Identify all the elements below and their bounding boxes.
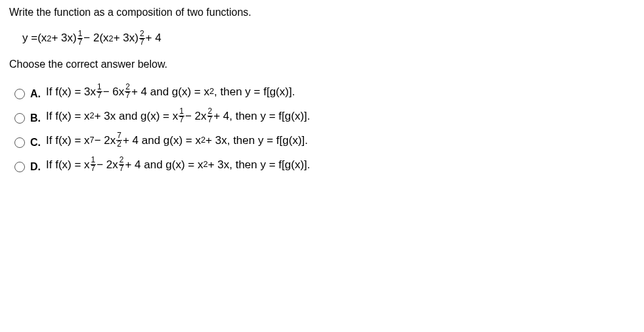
- eq-p1-cont: + 3x): [51, 32, 76, 45]
- b-f2d: 7: [207, 116, 213, 124]
- choice-a-row: A. If f(x) = 3x17 − 6x27 + 4 and g(x) = …: [14, 83, 635, 100]
- b-f1: 17: [179, 108, 184, 124]
- c-t3: + 4 and g(x) = x: [123, 135, 201, 146]
- a-s1: 2: [209, 87, 214, 96]
- choice-b-row: B. If f(x) = x2 + 3x and g(x) = x17 − 2x…: [14, 108, 635, 124]
- eq-p1-base: (x: [37, 32, 47, 45]
- c-t2: − 2x: [95, 135, 116, 146]
- instruction-text: Choose the correct answer below.: [9, 59, 635, 70]
- a-t2: − 6x: [103, 86, 125, 97]
- d-t1: If f(x) = x: [46, 159, 90, 170]
- choice-c-radio[interactable]: [14, 137, 25, 148]
- eq-p1-sup: 2: [47, 34, 51, 43]
- b-t1: If f(x) = x: [46, 110, 90, 122]
- eq-p2-base: (x: [99, 32, 108, 45]
- b-t3: − 2x: [185, 110, 207, 122]
- a-f1d: 7: [97, 92, 102, 100]
- b-f1d: 7: [179, 116, 184, 124]
- d-f2: 27: [119, 156, 125, 173]
- b-t2: + 3x and g(x) = x: [95, 110, 179, 122]
- choice-c-row: C. If f(x) = x7 − 2x72 + 4 and g(x) = x2…: [14, 132, 635, 149]
- choice-d-row: D. If f(x) = x17 − 2x27 + 4 and g(x) = x…: [14, 156, 635, 173]
- eq-frac1-den: 7: [77, 39, 83, 47]
- eq-p2-sup: 2: [109, 34, 114, 43]
- choice-d-body: If f(x) = x17 − 2x27 + 4 and g(x) = x2 +…: [46, 156, 311, 173]
- d-f2d: 7: [119, 165, 125, 173]
- d-s1: 2: [204, 160, 208, 169]
- choice-a-radio[interactable]: [14, 89, 25, 99]
- question-text: Write the function as a composition of t…: [9, 7, 635, 18]
- a-t3: + 4 and g(x) = x: [131, 86, 209, 97]
- choice-d-label: D.: [30, 161, 46, 173]
- c-t1: If f(x) = x: [46, 135, 90, 146]
- c-f1d: 2: [116, 141, 122, 149]
- d-f1: 17: [91, 156, 97, 173]
- choice-c-label: C.: [30, 137, 46, 149]
- d-t2: − 2x: [97, 159, 118, 170]
- c-t4: + 3x, then y = f[g(x)].: [205, 135, 308, 146]
- choice-b-label: B.: [30, 112, 46, 124]
- eq-plus4: + 4: [146, 32, 161, 45]
- a-f1: 17: [97, 83, 102, 100]
- choice-list: A. If f(x) = 3x17 − 6x27 + 4 and g(x) = …: [9, 83, 635, 173]
- b-t4: + 4, then y = f[g(x)].: [213, 110, 310, 122]
- d-t3: + 4 and g(x) = x: [125, 159, 203, 170]
- choice-a-body: If f(x) = 3x17 − 6x27 + 4 and g(x) = x2,…: [46, 83, 295, 100]
- d-t4: + 3x, then y = f[g(x)].: [208, 159, 311, 170]
- choice-b-radio[interactable]: [14, 113, 25, 124]
- a-f2d: 7: [125, 92, 131, 100]
- choice-a-label: A.: [30, 88, 46, 100]
- choice-c-body: If f(x) = x7 − 2x72 + 4 and g(x) = x2 + …: [46, 132, 308, 149]
- c-f1: 72: [116, 132, 122, 149]
- c-s1: 7: [90, 136, 95, 145]
- choice-d-radio[interactable]: [14, 162, 25, 172]
- d-f1d: 7: [91, 165, 97, 173]
- eq-frac2: 27: [139, 30, 145, 47]
- eq-frac2-den: 7: [139, 39, 145, 47]
- a-f2: 27: [125, 83, 131, 100]
- b-s1: 2: [90, 112, 95, 120]
- b-f2: 27: [207, 108, 213, 124]
- eq-frac1: 17: [77, 30, 83, 47]
- eq-lhs: y =: [22, 32, 37, 45]
- a-t1: If f(x) = 3x: [46, 86, 96, 97]
- a-t4: , then y = f[g(x)].: [214, 86, 295, 97]
- c-s2: 2: [201, 136, 205, 145]
- eq-p2-cont: + 3x): [114, 32, 139, 45]
- main-equation: y = (x2 + 3x)17 − 2 (x2 + 3x)27 + 4: [22, 30, 635, 47]
- choice-b-body: If f(x) = x2 + 3x and g(x) = x17 − 2x27 …: [46, 108, 311, 124]
- eq-minus2: − 2: [83, 32, 99, 45]
